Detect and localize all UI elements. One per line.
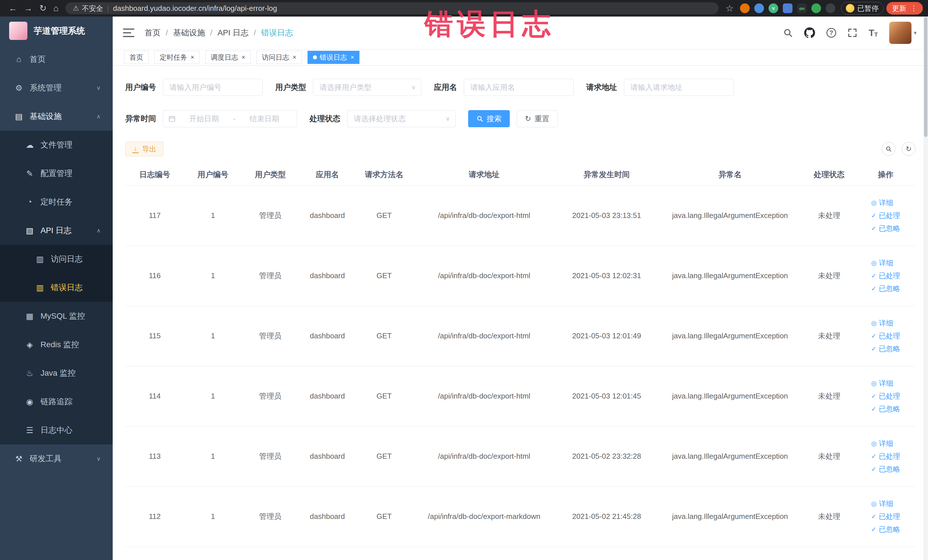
process-status-select[interactable] <box>347 110 456 127</box>
app-name-input[interactable] <box>464 79 574 96</box>
breadcrumb-api-logs[interactable]: API 日志 <box>218 27 249 38</box>
infrastructure-icon: ▤ <box>14 112 24 121</box>
close-icon[interactable]: × <box>351 53 354 61</box>
date-range-picker[interactable]: 开始日期 - 结束日期 <box>163 110 297 127</box>
tab-access-log[interactable]: 访问日志× <box>256 51 302 64</box>
user-menu[interactable]: ▾ <box>889 22 917 44</box>
cell-id: 115 <box>125 306 184 366</box>
sidebar-item-mysql-monitor[interactable]: ▦MySQL 监控 <box>0 302 113 330</box>
scrollbar[interactable] <box>923 17 928 560</box>
sidebar-item-error-log[interactable]: ▥错误日志 <box>0 273 113 302</box>
search-button[interactable]: 搜索 <box>468 110 510 127</box>
bookmark-star-icon[interactable]: ☆ <box>722 4 737 13</box>
mark-ignored-link[interactable]: ✓已忽略 <box>871 344 900 354</box>
extension-drop-icon[interactable] <box>754 3 764 13</box>
scrollbar-thumb[interactable] <box>924 17 927 137</box>
hamburger-icon[interactable] <box>123 29 134 37</box>
mark-processed-link[interactable]: ✓已处理 <box>871 271 900 281</box>
detail-link[interactable]: ◎详细 <box>871 499 893 508</box>
end-date-placeholder[interactable]: 结束日期 <box>237 114 292 124</box>
table-row: 1171管理员dashboardGET/api/infra/db-doc/exp… <box>125 185 916 246</box>
start-date-placeholder[interactable]: 开始日期 <box>177 114 231 124</box>
tab-home[interactable]: 首页 <box>124 51 149 64</box>
reload-icon[interactable]: ↻ <box>36 4 50 12</box>
sidebar-item-system-management[interactable]: ⚙系统管理∨ <box>0 73 113 102</box>
switch-on-icon[interactable]: on <box>797 3 807 13</box>
font-size-icon[interactable]: TT <box>868 28 878 37</box>
action-label: 已处理 <box>879 331 900 340</box>
sidebar-item-file-management[interactable]: ☁文件管理 <box>0 131 113 159</box>
user-type-select[interactable] <box>313 79 421 96</box>
search-icon[interactable] <box>783 28 793 38</box>
sidebar-item-home[interactable]: ⌂首页 <box>0 45 113 73</box>
cell-status: 未处理 <box>803 185 856 246</box>
cell-time: 2021-05-02 21:45:28 <box>556 487 658 546</box>
action-label: 已忽略 <box>879 224 900 233</box>
sidebar-item-label: MySQL 监控 <box>41 311 85 322</box>
mark-processed-link[interactable]: ✓已处理 <box>871 331 900 340</box>
tab-error-log[interactable]: 错误日志× <box>308 51 360 64</box>
cell-app: dashboard <box>299 487 356 546</box>
help-icon[interactable]: ? <box>826 28 836 38</box>
sidebar-item-api-logs[interactable]: ▧API 日志∧ <box>0 216 113 245</box>
toggle-search-button[interactable] <box>882 142 896 156</box>
cell-app: dashboard <box>299 366 356 426</box>
tab-job-log[interactable]: 调度日志× <box>205 51 251 64</box>
fullscreen-icon[interactable] <box>847 28 857 38</box>
vue-devtools-icon[interactable]: V <box>769 3 778 13</box>
mark-processed-link[interactable]: ✓已处理 <box>871 512 900 521</box>
detail-link[interactable]: ◎详细 <box>871 198 893 208</box>
mark-ignored-link[interactable]: ✓已忽略 <box>871 224 900 233</box>
close-icon[interactable]: × <box>191 53 194 61</box>
breadcrumb-home[interactable]: 首页 <box>145 27 160 38</box>
reset-button[interactable]: ↻ 重置 <box>517 110 558 127</box>
mark-processed-link[interactable]: ✓已处理 <box>871 391 900 401</box>
user-id-input[interactable] <box>163 79 263 96</box>
export-button[interactable]: ↓ 导出 <box>125 142 163 156</box>
sidebar-item-access-log[interactable]: ▥访问日志 <box>0 245 113 273</box>
mark-ignored-link[interactable]: ✓已忽略 <box>871 464 900 474</box>
close-icon[interactable]: × <box>293 53 296 61</box>
app-logo[interactable]: 芋道管理系统 <box>0 17 113 45</box>
github-icon[interactable] <box>804 27 815 38</box>
tab-timed-task[interactable]: 定时任务× <box>154 51 200 64</box>
sidebar-item-config-management[interactable]: ✎配置管理 <box>0 159 113 188</box>
address-bar[interactable]: ⚠ 不安全 | dashboard.yudao.iocoder.cn/infra… <box>65 2 719 14</box>
mark-ignored-link[interactable]: ✓已忽略 <box>871 525 900 534</box>
sidebar-item-java-monitor[interactable]: ♨Java 监控 <box>0 359 113 388</box>
detail-link[interactable]: ◎详细 <box>871 258 893 268</box>
mark-processed-link[interactable]: ✓已处理 <box>871 211 900 220</box>
sidebar-item-redis-monitor[interactable]: ◈Redis 监控 <box>0 330 113 359</box>
profile-paused-button[interactable]: 已暂停 <box>841 2 884 15</box>
browser-menu-icon[interactable]: ⋮ <box>910 4 917 12</box>
forward-icon[interactable]: → <box>21 4 36 12</box>
extension-paw-icon[interactable] <box>826 3 835 13</box>
mark-processed-link[interactable]: ✓已处理 <box>871 452 900 461</box>
refresh-table-button[interactable]: ↻ <box>902 142 916 156</box>
close-icon[interactable]: × <box>242 53 245 61</box>
detail-link[interactable]: ◎详细 <box>871 318 893 328</box>
mark-ignored-link[interactable]: ✓已忽略 <box>871 404 900 414</box>
extension-leaf-icon[interactable] <box>811 3 821 13</box>
cell-user-type: 管理员 <box>242 366 299 426</box>
browser-home-icon[interactable]: ⌂ <box>50 4 62 12</box>
detail-link[interactable]: ◎详细 <box>871 378 893 388</box>
sidebar-menu: ⌂首页⚙系统管理∨▤基础设施∧☁文件管理✎配置管理◔定时任务▧API 日志∧▥访… <box>0 45 113 473</box>
sidebar-item-infrastructure[interactable]: ▤基础设施∧ <box>0 102 113 131</box>
view-icon: ◎ <box>871 440 877 447</box>
action-label: 详细 <box>879 318 893 328</box>
sidebar-item-dev-tools[interactable]: ⚒研发工具∨ <box>0 444 113 473</box>
sidebar-item-trace[interactable]: ◉链路追踪 <box>0 388 113 416</box>
back-icon[interactable]: ← <box>5 4 21 12</box>
cell-actions: ◎详细✓已处理✓已忽略 <box>856 306 916 366</box>
sidebar-item-scheduled-tasks[interactable]: ◔定时任务 <box>0 188 113 216</box>
breadcrumb-infrastructure[interactable]: 基础设施 <box>173 27 205 38</box>
request-url-input[interactable] <box>624 79 734 96</box>
mark-ignored-link[interactable]: ✓已忽略 <box>871 284 900 293</box>
not-secure-icon: ⚠ <box>73 4 79 12</box>
extension-dot-icon[interactable] <box>740 3 750 13</box>
detail-link[interactable]: ◎详细 <box>871 439 893 448</box>
browser-update-button[interactable]: 更新 ⋮ <box>886 2 923 15</box>
extension-grid-icon[interactable] <box>783 3 792 13</box>
sidebar-item-log-center[interactable]: ☰日志中心 <box>0 416 113 444</box>
